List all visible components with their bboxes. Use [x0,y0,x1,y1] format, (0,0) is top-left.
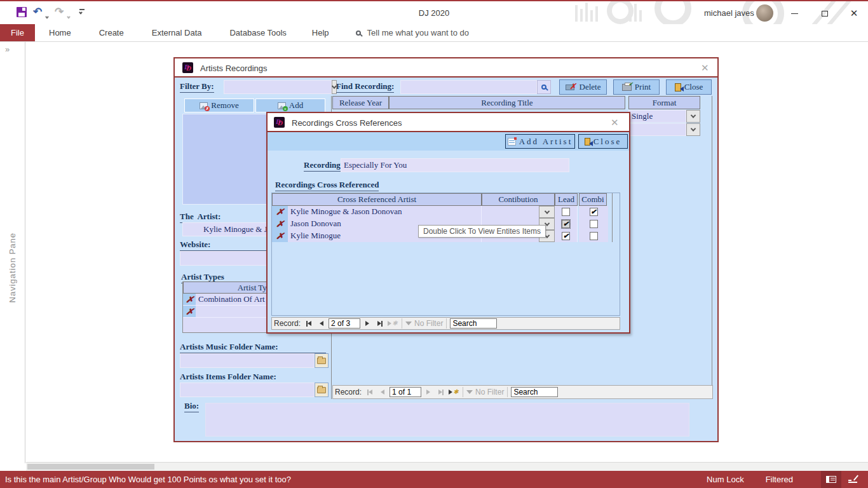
navigation-pane-collapsed[interactable]: » Navigation Pane [0,42,25,463]
last-record-button[interactable] [374,318,386,329]
previous-record-button[interactable] [377,387,388,397]
tab-help[interactable]: Help [301,24,341,41]
cross-ref-row: ✗ Kylie Minogue & Jason Donovan [272,206,613,218]
combi-cell [579,230,608,242]
navigation-pane-label: Navigation Pane [8,233,17,302]
print-button[interactable]: Print [613,79,660,95]
no-filter-button[interactable]: No Filter [405,319,443,328]
record-search-input[interactable] [450,318,497,329]
header-combi[interactable]: Combi [579,193,607,206]
format-dropdown-icon-2[interactable] [686,123,700,136]
tab-file[interactable]: File [0,24,35,41]
recording-value[interactable] [341,158,569,172]
cb-lead-2[interactable] [562,232,570,240]
music-folder-input[interactable] [180,353,315,368]
recordings-cross-references-dialog: D D Recordings Cross References ✕ Add Ar… [266,112,630,334]
remove-picture-button[interactable]: ✗Remove [184,98,254,112]
dialog-title: Recordings Cross References [292,118,402,128]
user-name[interactable]: michael javes [704,8,754,18]
delete-artist-type-button[interactable]: ✗ [183,294,196,305]
delete-cross-ref-button[interactable]: ✗ [272,230,288,242]
design-view-button[interactable] [841,471,864,488]
delete-cross-ref-button[interactable]: ✗ [272,218,288,230]
close-button[interactable]: Close [666,79,712,95]
format-value-1[interactable]: Single [628,110,686,123]
next-record-button[interactable] [423,387,434,397]
form-view-button[interactable] [821,471,841,488]
scrollbar-thumb[interactable] [27,464,154,470]
combi-cell [579,218,608,230]
lead-cell [555,206,578,218]
contribution-dropdown-icon[interactable] [539,206,555,218]
divider [402,318,402,329]
app-logo-icon: D D [274,117,285,128]
avatar[interactable] [756,4,773,22]
items-folder-input[interactable] [180,383,315,397]
items-folder-browse-button[interactable] [315,383,329,397]
header-cross-referenced-artist[interactable]: Cross Referenced Artist [272,193,482,206]
minimize-button[interactable] [780,4,808,23]
dialog-close-icon[interactable]: ✕ [611,117,619,128]
music-folder-browse-button[interactable] [315,353,329,368]
new-record-button[interactable]: ✱ [387,318,398,329]
column-header-format[interactable]: Format [628,96,700,109]
combi-cell [579,206,608,218]
horizontal-scrollbar[interactable] [26,462,868,471]
header-lead[interactable]: Lead [555,193,578,206]
lead-cell [555,218,578,230]
tab-home[interactable]: Home [35,24,85,41]
format-row-1: Single [628,110,700,123]
filtered-indicator: Filtered [766,475,793,484]
record-position-box[interactable] [390,387,421,397]
previous-record-button[interactable] [316,318,327,329]
format-dropdown-icon-1[interactable] [686,110,700,123]
next-record-button[interactable] [362,318,373,329]
delete-artist-type-button[interactable]: ✗ [183,306,196,317]
tab-create[interactable]: Create [85,24,138,41]
add-artist-button[interactable]: Add Artist [505,134,575,149]
bio-textarea[interactable] [205,403,689,437]
form-title: Artists Recordings [200,64,267,73]
record-search-input[interactable] [511,387,558,397]
column-header-recording-title[interactable]: Recording Title [389,96,625,109]
no-filter-button[interactable]: No Filter [466,388,504,396]
tab-external-data[interactable]: External Data [138,24,216,41]
last-record-button[interactable] [435,387,447,397]
cross-ref-artist[interactable]: Kylie Minogue & Jason Donovan [288,206,482,218]
format-value-2[interactable] [628,123,686,136]
first-record-button[interactable] [303,318,315,329]
header-contribution[interactable]: Contibution [482,193,555,206]
search-icon [356,30,361,36]
folder-icon [317,387,326,393]
find-recording-input[interactable] [400,80,537,94]
cb-combi-2[interactable] [590,232,598,240]
filter-funnel-icon [405,322,412,329]
design-view-icon [848,476,857,483]
cb-combi-1[interactable] [590,220,598,228]
add-artist-icon [508,138,516,146]
form-close-icon[interactable]: ✕ [701,62,709,74]
delete-button[interactable]: Delete [559,79,607,95]
first-record-button[interactable] [364,387,376,397]
folder-icon [317,358,326,364]
new-record-button[interactable]: ✱ [448,387,459,397]
expand-nav-pane-icon[interactable]: » [5,44,10,54]
add-picture-icon: + [278,102,286,109]
filter-by-input[interactable] [224,80,332,94]
maximize-button[interactable] [811,4,839,23]
column-header-release-year[interactable]: Release Year [332,96,389,109]
status-bar: Is this the main Artist/Group Who Would … [0,471,868,488]
record-position-box[interactable] [329,318,360,329]
cb-combi-0[interactable] [590,208,598,216]
cb-lead-1[interactable] [562,220,570,228]
close-window-button[interactable]: ✕ [840,4,868,23]
contribution-value[interactable] [482,206,539,218]
dialog-close-button[interactable]: Close [578,134,628,149]
cb-lead-0[interactable] [562,208,570,216]
tab-database-tools[interactable]: Database Tools [215,24,300,41]
delete-cross-ref-button[interactable]: ✗ [272,206,288,218]
filter-by-combobox[interactable] [224,80,325,94]
find-recording-search-button[interactable] [537,80,551,94]
tell-me-search[interactable]: Tell me what you want to do [341,24,484,41]
add-picture-button[interactable]: +Add [255,98,325,112]
